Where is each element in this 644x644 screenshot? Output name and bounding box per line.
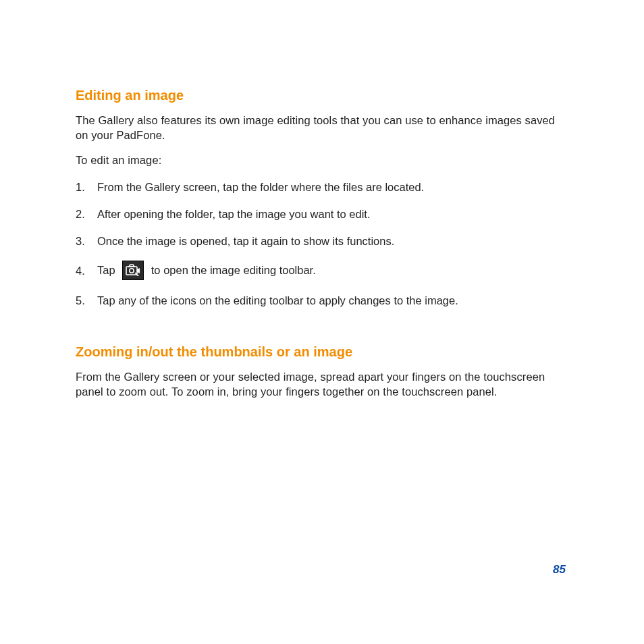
step-text: From the Gallery screen, tap the folder … <box>97 180 568 194</box>
list-item: 2. After opening the folder, tap the ima… <box>76 207 568 221</box>
zoom-paragraph: From the Gallery screen or your selected… <box>76 369 568 400</box>
step-number: 2. <box>76 207 97 221</box>
list-item: 1. From the Gallery screen, tap the fold… <box>76 180 568 194</box>
step-text: Tap any of the icons on the editing tool… <box>97 293 568 308</box>
step-text: Tap to open the image editing toolbar. <box>97 261 568 281</box>
edit-camera-icon <box>122 261 144 280</box>
step-text: Once the image is opened, tap it again t… <box>97 234 568 248</box>
step-post-text: to open the image editing toolbar. <box>151 263 316 275</box>
svg-point-1 <box>130 269 134 273</box>
intro-paragraph: The Gallery also features its own image … <box>76 113 568 143</box>
heading-zooming: Zooming in/out the thumbnails or an imag… <box>76 344 568 360</box>
page-number: 85 <box>553 563 566 576</box>
step-number: 3. <box>76 234 97 248</box>
steps-list: 1. From the Gallery screen, tap the fold… <box>76 180 568 308</box>
step-text: After opening the folder, tap the image … <box>97 207 568 221</box>
step-pre-text: Tap <box>97 263 118 275</box>
document-page: Editing an image The Gallery also featur… <box>76 88 568 408</box>
step-number: 5. <box>76 293 97 308</box>
list-item: 5. Tap any of the icons on the editing t… <box>76 293 568 308</box>
list-item: 3. Once the image is opened, tap it agai… <box>76 234 568 248</box>
section-editing-image: Editing an image The Gallery also featur… <box>76 88 568 308</box>
section-zooming: Zooming in/out the thumbnails or an imag… <box>76 344 568 400</box>
step-number: 1. <box>76 180 97 194</box>
step-number: 4. <box>76 263 97 278</box>
heading-editing: Editing an image <box>76 88 568 103</box>
list-item: 4. Tap to open the image editing toolbar… <box>76 261 568 281</box>
lead-text: To edit an image: <box>76 153 568 167</box>
